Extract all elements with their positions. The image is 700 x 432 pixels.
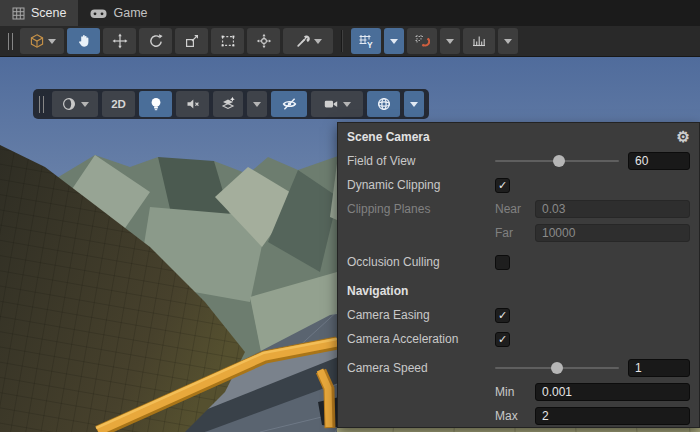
field-of-view-input[interactable]	[628, 152, 690, 170]
scale-tool-button[interactable]	[175, 28, 208, 54]
speed-max-row: Max	[338, 404, 699, 428]
min-input[interactable]	[535, 383, 690, 401]
wrench-icon	[295, 33, 311, 49]
camera-acceleration-row: Camera Acceleration ✓	[338, 327, 699, 351]
chevron-down-icon	[314, 39, 322, 44]
snap-increment-menu-button[interactable]	[498, 28, 518, 54]
eye-slash-icon	[281, 96, 298, 112]
snap-toggle-button[interactable]	[407, 28, 437, 54]
move-tool-button[interactable]	[103, 28, 136, 54]
audio-muted-icon	[185, 96, 201, 112]
slider-handle[interactable]	[553, 155, 565, 167]
occlusion-culling-label: Occlusion Culling	[347, 255, 495, 269]
scene-camera-panel: Scene Camera ⚙ Field of View Dynamic Cli…	[337, 122, 700, 428]
custom-tools-button[interactable]	[283, 28, 333, 54]
gizmos-button[interactable]	[367, 91, 400, 117]
scene-audio-button[interactable]	[176, 91, 209, 117]
grid-y-icon: Y	[358, 33, 374, 49]
gizmo-sphere-icon	[376, 96, 392, 112]
rect-tool-button[interactable]	[211, 28, 244, 54]
panel-header: Scene Camera ⚙	[338, 124, 699, 149]
grid-axis-label: Y	[367, 40, 373, 50]
effects-layers-icon	[220, 96, 236, 112]
far-input[interactable]	[535, 224, 690, 242]
camera-easing-checkbox[interactable]: ✓	[495, 308, 510, 323]
occlusion-culling-row: Occlusion Culling	[338, 250, 699, 274]
tab-game[interactable]: Game	[78, 0, 159, 26]
transform-tool-button[interactable]	[247, 28, 280, 54]
overlay-drag-handle[interactable]	[39, 96, 44, 113]
chevron-down-icon	[48, 39, 56, 44]
rotate-tool-button[interactable]	[139, 28, 172, 54]
grid-visibility-menu-button[interactable]	[384, 28, 404, 54]
rotate-icon	[148, 33, 164, 49]
snap-menu-button[interactable]	[440, 28, 460, 54]
tab-bar: Scene Game	[0, 0, 700, 26]
chevron-down-icon	[390, 39, 398, 44]
grid-visibility-button[interactable]: Y	[351, 28, 381, 54]
panel-title: Scene Camera	[347, 130, 430, 144]
camera-speed-slider[interactable]	[495, 367, 619, 369]
tab-game-label: Game	[113, 6, 147, 20]
snap-magnet-icon	[414, 33, 430, 49]
dynamic-clipping-row: Dynamic Clipping ✓	[338, 173, 699, 197]
scale-icon	[184, 33, 200, 49]
toolbar-separator	[341, 30, 343, 52]
grid-icon	[12, 7, 25, 20]
min-label: Min	[495, 385, 535, 399]
navigation-title: Navigation	[347, 284, 408, 298]
tab-scene-label: Scene	[31, 6, 66, 20]
move-icon	[112, 33, 128, 49]
scene-lighting-button[interactable]	[139, 91, 172, 117]
effects-menu-button[interactable]	[247, 91, 267, 117]
navigation-header-row: Navigation	[338, 279, 699, 303]
camera-acceleration-label: Camera Acceleration	[347, 332, 495, 346]
2d-label: 2D	[111, 98, 126, 110]
camera-easing-label: Camera Easing	[347, 308, 495, 322]
max-label: Max	[495, 409, 535, 423]
chevron-down-icon	[343, 102, 351, 107]
hand-tool-button[interactable]	[67, 28, 100, 54]
scene-overlay-toolbar: 2D	[33, 89, 429, 119]
unity-scene-view-window: { "tab_bar": { "tabs": [ { "label": "Sce…	[0, 0, 700, 432]
snap-increment-button[interactable]	[463, 28, 495, 54]
scene-view-toolbar: Y	[0, 26, 700, 57]
camera-acceleration-checkbox[interactable]: ✓	[495, 332, 510, 347]
clipping-planes-label: Clipping Planes	[347, 202, 495, 216]
gizmos-menu-button[interactable]	[404, 91, 424, 117]
dynamic-clipping-label: Dynamic Clipping	[347, 178, 495, 192]
tab-scene[interactable]: Scene	[0, 0, 78, 26]
gamepad-icon	[90, 7, 107, 20]
camera-speed-label: Camera Speed	[347, 361, 495, 375]
occlusion-culling-checkbox[interactable]	[495, 255, 510, 270]
field-of-view-slider[interactable]	[495, 160, 619, 162]
hand-icon	[76, 33, 92, 49]
draw-mode-button[interactable]	[52, 91, 98, 117]
near-input[interactable]	[535, 200, 690, 218]
gear-icon[interactable]: ⚙	[677, 129, 690, 144]
scene-camera-settings-button[interactable]	[311, 91, 363, 117]
hidden-objects-button[interactable]	[271, 91, 307, 117]
2d-view-button[interactable]: 2D	[102, 91, 135, 117]
toolbar-drag-handle[interactable]	[8, 33, 13, 50]
field-of-view-row: Field of View	[338, 149, 699, 173]
pivot-cube-icon	[29, 33, 45, 49]
slider-handle[interactable]	[551, 362, 563, 374]
chevron-down-icon	[81, 102, 89, 107]
near-label: Near	[495, 202, 535, 216]
clipping-planes-near-row: Clipping Planes Near	[338, 197, 699, 221]
chevron-down-icon	[253, 102, 261, 107]
rect-tool-icon	[220, 33, 236, 49]
chevron-down-icon	[410, 102, 418, 107]
camera-easing-row: Camera Easing ✓	[338, 303, 699, 327]
chevron-down-icon	[446, 39, 454, 44]
view-tool-menu-button[interactable]	[20, 28, 64, 54]
ruler-ticks-icon	[471, 33, 487, 49]
video-camera-icon	[323, 96, 339, 112]
light-bulb-icon	[148, 96, 164, 112]
dynamic-clipping-checkbox[interactable]: ✓	[495, 178, 510, 193]
max-input[interactable]	[535, 407, 690, 425]
effects-button[interactable]	[213, 91, 243, 117]
shaded-sphere-icon	[61, 96, 77, 112]
camera-speed-input[interactable]	[628, 359, 690, 377]
